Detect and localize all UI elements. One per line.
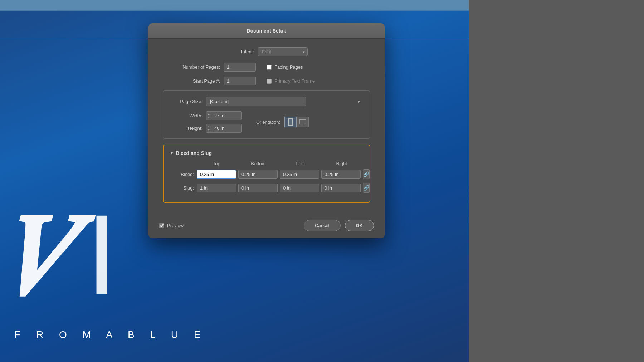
width-stepper-arrows[interactable]: ▲ ▼ xyxy=(206,112,211,119)
width-down-arrow[interactable]: ▼ xyxy=(208,116,210,119)
height-stepper-arrows[interactable]: ▲ ▼ xyxy=(206,125,211,132)
width-stepper[interactable]: ▲ ▼ 27 in xyxy=(206,111,242,120)
col-header-top: Top xyxy=(196,161,238,166)
width-group: Width: ▲ ▼ 27 in xyxy=(170,111,242,120)
bleed-slug-header: ▾ Bleed and Slug xyxy=(171,150,362,156)
preview-label: Preview xyxy=(167,223,184,228)
bleed-row: Bleed: 🔗 xyxy=(171,169,362,179)
page-size-row: Page Size: [Custom] Letter Legal Tabloid… xyxy=(170,97,363,106)
wh-orientation-row: Width: ▲ ▼ 27 in Height: xyxy=(170,111,363,133)
pages-facing-row: Number of Pages: Facing Pages xyxy=(163,63,370,72)
slug-chain-button[interactable]: 🔗 xyxy=(363,183,370,193)
page-size-dropdown-wrapper: [Custom] Letter Legal Tabloid A4 A3 ▾ xyxy=(206,97,363,106)
portrait-icon xyxy=(288,118,293,126)
page-size-select[interactable]: [Custom] Letter Legal Tabloid A4 A3 xyxy=(206,97,306,106)
preview-group: Preview xyxy=(159,223,184,228)
number-of-pages-input[interactable] xyxy=(224,63,256,72)
col-header-right: Right xyxy=(321,161,363,166)
top-bar xyxy=(0,0,469,11)
width-up-arrow[interactable]: ▲ xyxy=(208,112,210,116)
page-size-section: Page Size: [Custom] Letter Legal Tabloid… xyxy=(163,90,370,139)
col-header-left: Left xyxy=(279,161,321,166)
wh-group: Width: ▲ ▼ 27 in Height: xyxy=(170,111,242,133)
dialog-body: Intent: Print Web Mobile ▾ Number of Pag… xyxy=(148,39,385,216)
landscape-button[interactable] xyxy=(297,117,309,127)
start-page-row: Start Page #: Primary Text Frame xyxy=(163,77,370,85)
facing-pages-checkbox[interactable] xyxy=(267,65,272,70)
primary-text-frame-label: Primary Text Frame xyxy=(274,78,315,84)
bleed-chain-button[interactable]: 🔗 xyxy=(363,169,370,179)
dialog-footer: Preview Cancel OK xyxy=(148,216,385,238)
intent-row: Intent: Print Web Mobile ▾ xyxy=(163,47,370,56)
letter-v: 𝑉 xyxy=(0,197,63,312)
col-header-bottom: Bottom xyxy=(238,161,279,166)
primary-text-frame-checkbox xyxy=(267,79,272,84)
slug-row: Slug: 🔗 xyxy=(171,183,362,193)
footer-buttons: Cancel OK xyxy=(304,220,374,231)
slug-bottom-input[interactable] xyxy=(238,184,278,192)
width-label: Width: xyxy=(170,113,203,118)
right-panel xyxy=(469,0,644,362)
intent-dropdown-wrapper: Print Web Mobile ▾ xyxy=(258,47,308,56)
facing-pages-group: Facing Pages xyxy=(267,64,303,70)
start-page-label: Start Page #: xyxy=(163,78,220,84)
orientation-group: Orientation: xyxy=(256,117,309,127)
bleed-bottom-input[interactable] xyxy=(238,170,278,179)
dialog-title: Document Setup xyxy=(247,28,286,34)
ok-button[interactable]: OK xyxy=(345,220,374,231)
bottom-text: F R O M A B L U E xyxy=(14,329,207,341)
preview-checkbox[interactable] xyxy=(159,223,164,228)
number-of-pages-label: Number of Pages: xyxy=(163,64,220,70)
slug-label: Slug: xyxy=(171,185,194,191)
bleed-slug-column-headers: Top Bottom Left Right xyxy=(196,161,362,166)
height-label: Height: xyxy=(170,126,203,131)
width-value: 27 in xyxy=(211,112,241,120)
page-size-label: Page Size: xyxy=(170,99,203,104)
orientation-label: Orientation: xyxy=(256,119,280,125)
intent-label: Intent: xyxy=(225,49,254,54)
bleed-left-input[interactable] xyxy=(280,170,319,179)
bleed-slug-chevron[interactable]: ▾ xyxy=(171,151,173,156)
height-down-arrow[interactable]: ▼ xyxy=(208,128,210,132)
height-stepper[interactable]: ▲ ▼ 40 in xyxy=(206,124,242,133)
height-value: 40 in xyxy=(211,124,241,132)
slug-left-input[interactable] xyxy=(280,184,319,192)
primary-text-frame-group: Primary Text Frame xyxy=(267,78,315,84)
bleed-slug-title: Bleed and Slug xyxy=(176,150,212,156)
height-up-arrow[interactable]: ▲ xyxy=(208,125,210,128)
slug-top-input[interactable] xyxy=(197,184,236,192)
slug-right-input[interactable] xyxy=(321,184,361,192)
bleed-right-input[interactable] xyxy=(321,170,361,179)
portrait-button[interactable] xyxy=(284,117,297,127)
dialog-titlebar: Document Setup xyxy=(148,23,385,39)
cancel-button[interactable]: Cancel xyxy=(304,220,340,231)
letter-i: I xyxy=(86,197,118,312)
bleed-slug-section: ▾ Bleed and Slug Top Bottom Left Right B… xyxy=(163,145,370,203)
landscape-icon xyxy=(299,119,306,124)
intent-select[interactable]: Print Web Mobile xyxy=(258,47,308,56)
bleed-top-input[interactable] xyxy=(197,170,236,179)
height-group: Height: ▲ ▼ 40 in xyxy=(170,124,242,133)
start-page-input[interactable] xyxy=(224,77,256,85)
bleed-label: Bleed: xyxy=(171,172,194,177)
document-setup-dialog: Document Setup Intent: Print Web Mobile … xyxy=(148,23,385,238)
facing-pages-label: Facing Pages xyxy=(274,64,303,70)
page-size-dropdown-arrow: ▾ xyxy=(358,99,360,104)
